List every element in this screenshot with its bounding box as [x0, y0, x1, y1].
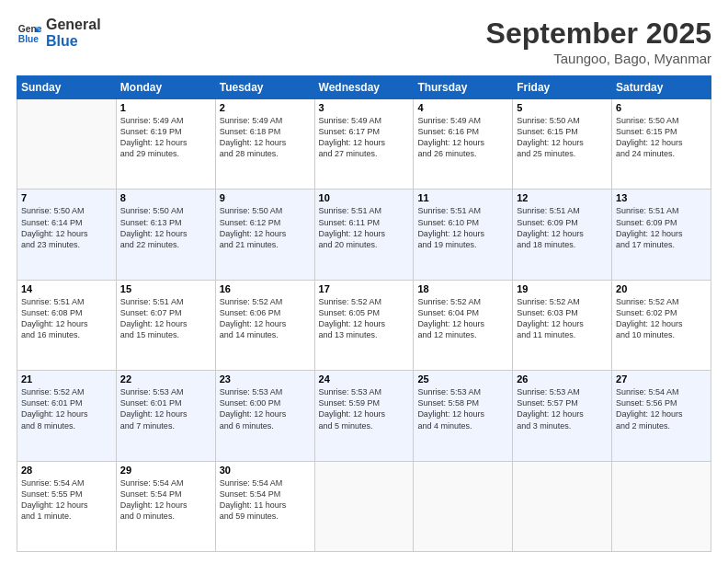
logo-general: General: [46, 17, 101, 33]
day-info: Sunrise: 5:51 AM Sunset: 6:10 PM Dayligh…: [417, 205, 508, 250]
day-number: 27: [616, 373, 707, 385]
day-number: 11: [417, 192, 508, 203]
day-number: 17: [319, 283, 410, 294]
header: General Blue General Blue September 2025…: [17, 17, 711, 66]
day-info: Sunrise: 5:51 AM Sunset: 6:11 PM Dayligh…: [319, 205, 410, 250]
table-row: 13Sunrise: 5:51 AM Sunset: 6:09 PM Dayli…: [612, 190, 711, 280]
day-number: 13: [616, 192, 707, 203]
table-row: 29Sunrise: 5:54 AM Sunset: 5:54 PM Dayli…: [116, 461, 215, 551]
logo: General Blue General Blue: [17, 17, 101, 49]
calendar-table: Sunday Monday Tuesday Wednesday Thursday…: [17, 75, 711, 552]
header-wednesday: Wednesday: [314, 76, 414, 99]
header-monday: Monday: [116, 76, 215, 99]
table-row: 24Sunrise: 5:53 AM Sunset: 5:59 PM Dayli…: [314, 371, 414, 461]
day-info: Sunrise: 5:50 AM Sunset: 6:13 PM Dayligh…: [120, 205, 211, 250]
day-info: Sunrise: 5:53 AM Sunset: 5:58 PM Dayligh…: [417, 386, 508, 431]
calendar-week-row: 21Sunrise: 5:52 AM Sunset: 6:01 PM Dayli…: [17, 371, 711, 461]
table-row: 30Sunrise: 5:54 AM Sunset: 5:54 PM Dayli…: [215, 461, 314, 551]
table-row: 15Sunrise: 5:51 AM Sunset: 6:07 PM Dayli…: [116, 280, 215, 370]
day-number: 26: [517, 373, 608, 385]
day-number: 7: [21, 192, 112, 203]
day-number: 10: [319, 192, 410, 203]
table-row: 23Sunrise: 5:53 AM Sunset: 6:00 PM Dayli…: [215, 371, 314, 461]
day-info: Sunrise: 5:50 AM Sunset: 6:14 PM Dayligh…: [21, 205, 112, 250]
table-row: 10Sunrise: 5:51 AM Sunset: 6:11 PM Dayli…: [314, 190, 414, 280]
table-row: 14Sunrise: 5:51 AM Sunset: 6:08 PM Dayli…: [17, 280, 117, 370]
title-block: September 2025 Taungoo, Bago, Myanmar: [486, 17, 711, 66]
table-row: 19Sunrise: 5:52 AM Sunset: 6:03 PM Dayli…: [513, 280, 612, 370]
day-info: Sunrise: 5:52 AM Sunset: 6:01 PM Dayligh…: [21, 386, 112, 431]
logo-blue: Blue: [46, 33, 101, 50]
day-number: 22: [120, 373, 211, 385]
day-info: Sunrise: 5:49 AM Sunset: 6:16 PM Dayligh…: [417, 115, 508, 160]
calendar-week-row: 28Sunrise: 5:54 AM Sunset: 5:55 PM Dayli…: [17, 461, 711, 551]
calendar-week-row: 14Sunrise: 5:51 AM Sunset: 6:08 PM Dayli…: [17, 280, 711, 370]
day-number: 19: [517, 283, 608, 294]
day-number: 4: [417, 102, 508, 113]
day-number: 24: [319, 373, 410, 385]
header-friday: Friday: [513, 76, 612, 99]
table-row: 28Sunrise: 5:54 AM Sunset: 5:55 PM Dayli…: [17, 461, 117, 551]
day-info: Sunrise: 5:51 AM Sunset: 6:09 PM Dayligh…: [517, 205, 608, 250]
svg-text:Blue: Blue: [18, 34, 40, 44]
table-row: 11Sunrise: 5:51 AM Sunset: 6:10 PM Dayli…: [414, 190, 513, 280]
table-row: 12Sunrise: 5:51 AM Sunset: 6:09 PM Dayli…: [513, 190, 612, 280]
day-info: Sunrise: 5:53 AM Sunset: 5:59 PM Dayligh…: [319, 386, 410, 431]
day-number: 28: [21, 465, 112, 476]
day-number: 1: [120, 102, 211, 113]
table-row: 20Sunrise: 5:52 AM Sunset: 6:02 PM Dayli…: [612, 280, 711, 370]
table-row: 8Sunrise: 5:50 AM Sunset: 6:13 PM Daylig…: [116, 190, 215, 280]
day-number: 14: [21, 283, 112, 294]
day-info: Sunrise: 5:51 AM Sunset: 6:08 PM Dayligh…: [21, 296, 112, 341]
day-info: Sunrise: 5:54 AM Sunset: 5:54 PM Dayligh…: [220, 477, 311, 523]
day-number: 3: [319, 102, 410, 113]
day-info: Sunrise: 5:50 AM Sunset: 6:15 PM Dayligh…: [616, 115, 707, 160]
day-info: Sunrise: 5:52 AM Sunset: 6:06 PM Dayligh…: [220, 296, 311, 341]
day-info: Sunrise: 5:49 AM Sunset: 6:18 PM Dayligh…: [220, 115, 311, 160]
table-row: 16Sunrise: 5:52 AM Sunset: 6:06 PM Dayli…: [215, 280, 314, 370]
day-number: 9: [220, 192, 311, 203]
logo-icon: General Blue: [17, 20, 42, 46]
table-row: [513, 461, 612, 551]
table-row: 7Sunrise: 5:50 AM Sunset: 6:14 PM Daylig…: [17, 190, 117, 280]
table-row: 27Sunrise: 5:54 AM Sunset: 5:56 PM Dayli…: [612, 371, 711, 461]
day-number: 20: [616, 283, 707, 294]
day-number: 16: [220, 283, 311, 294]
table-row: 6Sunrise: 5:50 AM Sunset: 6:15 PM Daylig…: [612, 99, 711, 190]
day-number: 18: [417, 283, 508, 294]
day-number: 30: [220, 465, 311, 476]
day-number: 15: [120, 283, 211, 294]
calendar-week-row: 1Sunrise: 5:49 AM Sunset: 6:19 PM Daylig…: [17, 99, 711, 190]
day-number: 8: [120, 192, 211, 203]
table-row: [612, 461, 711, 551]
table-row: 3Sunrise: 5:49 AM Sunset: 6:17 PM Daylig…: [314, 99, 414, 190]
day-info: Sunrise: 5:49 AM Sunset: 6:17 PM Dayligh…: [319, 115, 410, 160]
day-number: 5: [517, 102, 608, 113]
table-row: [414, 461, 513, 551]
day-number: 25: [417, 373, 508, 385]
day-info: Sunrise: 5:53 AM Sunset: 5:57 PM Dayligh…: [517, 386, 608, 431]
day-info: Sunrise: 5:51 AM Sunset: 6:09 PM Dayligh…: [616, 205, 707, 250]
day-info: Sunrise: 5:54 AM Sunset: 5:55 PM Dayligh…: [21, 477, 112, 523]
table-row: 25Sunrise: 5:53 AM Sunset: 5:58 PM Dayli…: [414, 371, 513, 461]
day-number: 29: [120, 465, 211, 476]
table-row: 26Sunrise: 5:53 AM Sunset: 5:57 PM Dayli…: [513, 371, 612, 461]
header-thursday: Thursday: [414, 76, 513, 99]
day-info: Sunrise: 5:51 AM Sunset: 6:07 PM Dayligh…: [120, 296, 211, 341]
calendar-header-row: Sunday Monday Tuesday Wednesday Thursday…: [17, 76, 711, 99]
table-row: 9Sunrise: 5:50 AM Sunset: 6:12 PM Daylig…: [215, 190, 314, 280]
day-info: Sunrise: 5:52 AM Sunset: 6:02 PM Dayligh…: [616, 296, 707, 341]
day-info: Sunrise: 5:50 AM Sunset: 6:15 PM Dayligh…: [517, 115, 608, 160]
table-row: [17, 99, 117, 190]
table-row: 21Sunrise: 5:52 AM Sunset: 6:01 PM Dayli…: [17, 371, 117, 461]
table-row: 2Sunrise: 5:49 AM Sunset: 6:18 PM Daylig…: [215, 99, 314, 190]
day-info: Sunrise: 5:50 AM Sunset: 6:12 PM Dayligh…: [220, 205, 311, 250]
header-tuesday: Tuesday: [215, 76, 314, 99]
table-row: 22Sunrise: 5:53 AM Sunset: 6:01 PM Dayli…: [116, 371, 215, 461]
table-row: 1Sunrise: 5:49 AM Sunset: 6:19 PM Daylig…: [116, 99, 215, 190]
day-info: Sunrise: 5:53 AM Sunset: 6:00 PM Dayligh…: [220, 386, 311, 431]
page: General Blue General Blue September 2025…: [0, 0, 728, 563]
table-row: 4Sunrise: 5:49 AM Sunset: 6:16 PM Daylig…: [414, 99, 513, 190]
table-row: 18Sunrise: 5:52 AM Sunset: 6:04 PM Dayli…: [414, 280, 513, 370]
table-row: 5Sunrise: 5:50 AM Sunset: 6:15 PM Daylig…: [513, 99, 612, 190]
